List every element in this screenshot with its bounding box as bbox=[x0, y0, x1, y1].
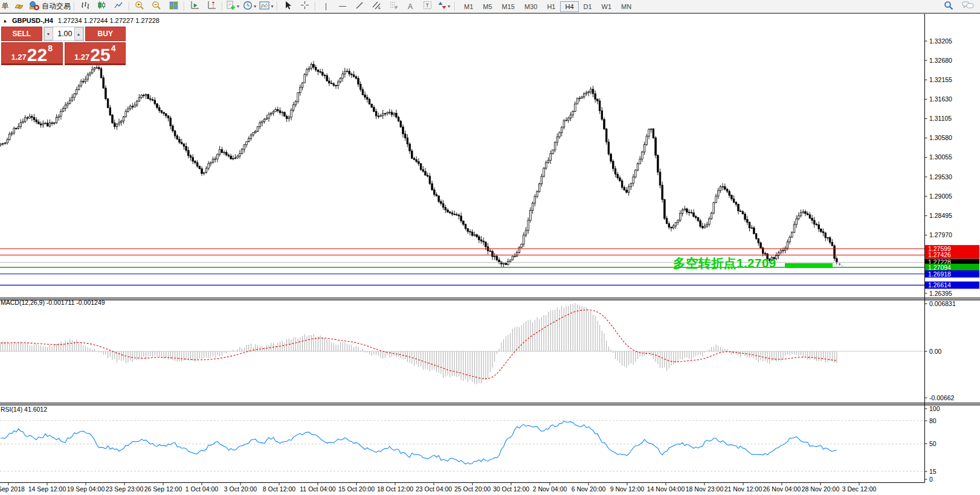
time-axis-label: 8 Oct 12:00 bbox=[263, 485, 295, 493]
equidistant-channel-button[interactable]: E bbox=[368, 1, 385, 13]
time-axis-label: 23 Sep 23:00 bbox=[106, 485, 144, 493]
timeframe-m1[interactable]: M1 bbox=[459, 1, 478, 12]
fibonacci-icon: F bbox=[389, 1, 398, 12]
price-axis-label: 1.27970 bbox=[929, 231, 952, 238]
trendline-button[interactable] bbox=[351, 1, 368, 13]
time-axis-label: 6 Nov 20:00 bbox=[572, 485, 606, 493]
price-axis-label: 1.33205 bbox=[929, 37, 952, 45]
chat-icon[interactable] bbox=[962, 1, 974, 12]
gold-bars-button[interactable] bbox=[10, 1, 27, 13]
toolbar-separator bbox=[127, 0, 131, 13]
toolbar-separator bbox=[72, 0, 76, 13]
main-toolbar: 单 自动交易 ▾ ▾ ▾ bbox=[0, 0, 980, 14]
chart-background bbox=[0, 14, 980, 495]
volume-input[interactable] bbox=[53, 27, 74, 40]
timeframe-h4[interactable]: H4 bbox=[560, 1, 578, 12]
tile-windows-icon bbox=[169, 1, 178, 12]
rsi-axis-label: 0 bbox=[929, 476, 933, 483]
symbol-period-label: GBPUSD-,H4 bbox=[12, 17, 53, 24]
price-axis-label: 1.32155 bbox=[929, 76, 952, 83]
fibonacci-button[interactable]: F bbox=[385, 1, 402, 13]
buy-button[interactable]: BUY bbox=[85, 27, 126, 41]
volume-increase-button[interactable]: ▲ bbox=[74, 27, 83, 40]
price-axis-label: 1.31105 bbox=[929, 115, 952, 122]
horizontal-line-button[interactable] bbox=[334, 1, 351, 13]
tile-windows-button[interactable] bbox=[165, 1, 182, 13]
candlestick-chart-button[interactable] bbox=[93, 1, 110, 13]
toolbar-separator bbox=[182, 0, 186, 13]
time-axis-label: 28 Nov 20:00 bbox=[802, 485, 840, 493]
chevron-down-icon: ▾ bbox=[271, 4, 273, 9]
gold-bars-icon bbox=[14, 1, 24, 12]
svg-text:T: T bbox=[425, 2, 429, 8]
crosshair-icon bbox=[300, 1, 309, 12]
timeframe-w1[interactable]: W1 bbox=[597, 1, 617, 12]
sell-price-small: 1.27 bbox=[11, 53, 27, 62]
macd-axis-label: 0.00 bbox=[929, 348, 942, 355]
cursor-button[interactable] bbox=[279, 1, 296, 13]
vertical-line-button[interactable] bbox=[317, 1, 334, 13]
candlestick-chart-icon bbox=[97, 1, 106, 12]
price-axis-label: 1.29005 bbox=[929, 193, 952, 200]
buy-price-display[interactable]: 1.27 25 4 bbox=[65, 42, 126, 65]
pane-divider[interactable] bbox=[0, 404, 980, 405]
rsi-axis-label: 50 bbox=[929, 440, 936, 447]
bar-chart-button[interactable] bbox=[76, 1, 93, 13]
zoom-out-button[interactable] bbox=[148, 1, 165, 13]
time-axis-label: 3 Oct 20:00 bbox=[224, 485, 257, 493]
timeframe-h1[interactable]: H1 bbox=[542, 1, 560, 12]
arrows-icon bbox=[438, 1, 446, 12]
chart-shift-button[interactable] bbox=[203, 1, 220, 13]
search-icon[interactable] bbox=[944, 1, 953, 13]
svg-text:E: E bbox=[378, 6, 381, 10]
new-order-button[interactable]: 单 bbox=[0, 1, 10, 13]
zoom-in-button[interactable] bbox=[131, 1, 148, 13]
price-axis-label: 1.28495 bbox=[929, 212, 952, 219]
macd-axis-label: 0.006831 bbox=[929, 300, 956, 307]
ohlc-values: 1.27234 1.27244 1.27227 1.27228 bbox=[58, 17, 160, 24]
auto-trading-label: 自动交易 bbox=[42, 1, 71, 11]
pane-divider[interactable] bbox=[0, 403, 980, 403]
timeframe-m5[interactable]: M5 bbox=[478, 1, 497, 12]
sell-price-display[interactable]: 1.27 22 8 bbox=[1, 42, 63, 65]
pane-divider[interactable] bbox=[0, 299, 980, 300]
vertical-line-icon bbox=[326, 3, 326, 10]
auto-scroll-button[interactable] bbox=[186, 1, 203, 13]
toolbar-separator bbox=[453, 0, 457, 13]
text-button[interactable]: A bbox=[402, 1, 419, 13]
timeframe-group: M1M5M15M30H1H4D1W1MN bbox=[459, 1, 636, 12]
time-axis-label: 18 Nov 23:00 bbox=[686, 485, 724, 493]
arrows-button[interactable]: ▾ bbox=[436, 1, 453, 13]
periods-button[interactable]: ▾ bbox=[241, 1, 258, 13]
sell-button[interactable]: SELL bbox=[1, 27, 42, 41]
auto-trading-button[interactable]: 自动交易 bbox=[27, 1, 72, 13]
chart-title: ▲ GBPUSD-,H4 1.27234 1.27244 1.27227 1.2… bbox=[2, 17, 160, 24]
time-axis-label: 1 Oct 04:00 bbox=[185, 485, 218, 493]
indicators-icon bbox=[226, 1, 236, 13]
zoom-in-icon bbox=[135, 1, 144, 13]
time-axis-label: 26 Nov 04:00 bbox=[763, 485, 801, 493]
volume-decrease-button[interactable]: ▼ bbox=[44, 27, 53, 40]
cursor-icon bbox=[283, 1, 292, 13]
crosshair-button[interactable] bbox=[296, 1, 313, 13]
indicators-button[interactable]: ▾ bbox=[224, 1, 241, 13]
toolbar-separator bbox=[275, 0, 279, 13]
timeframe-m30[interactable]: M30 bbox=[520, 1, 542, 12]
rsi-axis-label: 100 bbox=[929, 405, 940, 412]
price-tag-label: 1.26918 bbox=[928, 270, 951, 278]
text-label-button[interactable]: T bbox=[419, 1, 436, 13]
chart-canvas[interactable]: +.1.275991.274261.272281.270941.269181.2… bbox=[0, 0, 980, 495]
time-axis-label: 26 Sep 12:00 bbox=[144, 485, 182, 493]
line-chart-button[interactable] bbox=[110, 1, 127, 13]
timeframe-mn[interactable]: MN bbox=[616, 1, 636, 12]
macd-axis-label: -0.00662 bbox=[929, 394, 955, 401]
timeframe-m15[interactable]: M15 bbox=[497, 1, 520, 12]
pane-divider[interactable] bbox=[0, 298, 980, 298]
buy-price-sup: 4 bbox=[111, 43, 116, 53]
time-axis-label: 23 Oct 04:00 bbox=[416, 485, 452, 493]
timeframe-d1[interactable]: D1 bbox=[579, 1, 597, 12]
templates-button[interactable]: ▾ bbox=[258, 1, 275, 13]
chevron-down-icon: ▾ bbox=[448, 4, 450, 9]
auto-scroll-icon bbox=[190, 1, 199, 12]
chart-shift-icon bbox=[207, 1, 216, 12]
